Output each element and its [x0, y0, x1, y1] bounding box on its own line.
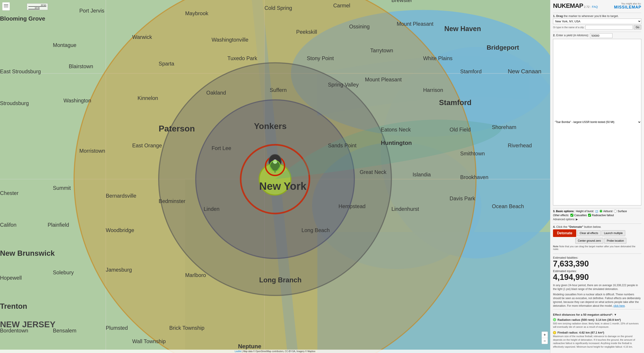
- map-container[interactable]: Cherry Ridge Lackawaxen Newburgh Patters…: [0, 0, 550, 353]
- svg-text:Yonkers: Yonkers: [254, 122, 286, 131]
- effect-distances: Effect distances for a 50 megaton airbur…: [553, 313, 641, 351]
- divider-6: [553, 309, 641, 310]
- svg-text:Oakland: Oakland: [206, 90, 226, 96]
- svg-text:Peekskill: Peekskill: [296, 29, 317, 35]
- launch-multiple-button[interactable]: Launch multiple: [602, 230, 625, 236]
- svg-text:Eatons Neck: Eatons Neck: [381, 127, 411, 132]
- svg-text:New York: New York: [259, 180, 306, 192]
- svg-text:Fort Lee: Fort Lee: [212, 145, 231, 151]
- missilemap-link[interactable]: MISSILEMAP: [614, 5, 641, 10]
- results: Estimated fatalities: 7,633,390 Estimate…: [553, 256, 641, 308]
- svg-text:Bedminster: Bedminster: [159, 198, 186, 204]
- other-effects-row: Other effects: Casualties Radioactive fa…: [553, 214, 641, 217]
- fatalities-value: 7,633,390: [553, 259, 641, 268]
- fallout-check-group: Radioactive fallout: [588, 214, 614, 217]
- svg-text:Shoreham: Shoreham: [492, 124, 516, 130]
- svg-text:Cold Spring: Cold Spring: [264, 5, 292, 11]
- svg-text:Bensalem: Bensalem: [53, 328, 76, 334]
- results-note: In any given 24-hour period, there are o…: [553, 284, 641, 291]
- svg-text:Lindenhurst: Lindenhurst: [391, 206, 419, 212]
- divider-4: [553, 224, 641, 224]
- svg-text:Spring Valley: Spring Valley: [328, 82, 359, 88]
- radiation-title: Radiation radius (500 rem): 3.14 km (30.…: [558, 318, 621, 322]
- advanced-options[interactable]: Advanced options: ▶: [553, 218, 641, 221]
- svg-text:Great Neck: Great Neck: [360, 169, 386, 175]
- svg-text:Smithtown: Smithtown: [460, 151, 485, 156]
- leaflet-credit: Leaflet: [234, 350, 241, 352]
- svg-text:Wall Township: Wall Township: [132, 338, 166, 344]
- also-try-label: You might also try:: [621, 2, 641, 5]
- zoom-controls[interactable]: + −: [542, 332, 548, 344]
- svg-text:Trenton: Trenton: [0, 302, 27, 310]
- svg-text:Warwick: Warwick: [132, 34, 152, 40]
- svg-text:Maybrook: Maybrook: [185, 10, 208, 16]
- step1-label: 1. Drag the marker to wherever you'd lik…: [553, 14, 641, 18]
- svg-text:Sands Point: Sands Point: [328, 143, 357, 148]
- svg-text:East Orange: East Orange: [132, 143, 162, 148]
- zoom-in-button[interactable]: +: [542, 332, 548, 338]
- svg-point-99: [270, 161, 280, 171]
- step1-instruction: Drag the marker to wherever you'd like t…: [556, 14, 618, 18]
- svg-text:Plainfield: Plainfield: [48, 222, 69, 228]
- svg-text:Plumsted: Plumsted: [106, 325, 128, 331]
- svg-text:New Brunswick: New Brunswick: [0, 249, 55, 257]
- airburst-radio-group: Airburst: [600, 210, 612, 213]
- height-help-link[interactable]: [?]: [595, 210, 598, 212]
- probe-location-button[interactable]: Probe location: [604, 238, 626, 244]
- divider-5: [553, 254, 641, 254]
- click-here-link[interactable]: click here: [613, 304, 625, 308]
- svg-text:Blooming Grove: Blooming Grove: [0, 15, 45, 22]
- effect-item-fireball: Fireball radius: 4.62 km (67.1 km²) Maxi…: [553, 331, 641, 348]
- svg-text:Jamesburg: Jamesburg: [106, 267, 132, 273]
- svg-text:Long Beach: Long Beach: [302, 227, 330, 233]
- city-input[interactable]: [586, 25, 633, 30]
- svg-text:Mount Pleasant: Mount Pleasant: [365, 77, 402, 82]
- layer-toggle[interactable]: [2, 2, 10, 10]
- effect-distances-title[interactable]: Effect distances for a 50 megaton airbur…: [553, 313, 641, 316]
- clear-effects-button[interactable]: Clear all effects: [577, 230, 600, 236]
- city-input-row: Or type in the name of a city: Go: [553, 25, 641, 30]
- svg-rect-100: [4, 4, 8, 5]
- go-button[interactable]: Go: [634, 25, 641, 30]
- injuries-label: Estimated injuries:: [553, 270, 641, 273]
- casualties-checkbox[interactable]: [570, 214, 573, 217]
- svg-text:New Canaan: New Canaan: [508, 68, 541, 75]
- preset-select[interactable]: "Tsar Bomba" - largest USSR bomb tested …: [553, 39, 641, 206]
- svg-text:Kinnelon: Kinnelon: [138, 95, 158, 101]
- svg-text:East Stroudsburg: East Stroudsburg: [0, 69, 41, 74]
- svg-text:Ossining: Ossining: [349, 24, 370, 30]
- svg-text:Brookhaven: Brookhaven: [460, 174, 488, 180]
- yield-input[interactable]: 50000: [590, 33, 612, 38]
- svg-rect-102: [4, 7, 8, 8]
- note-text: Note Note that you can drag the target m…: [553, 245, 641, 250]
- scale-bar: 20 km 10 mi: [27, 3, 48, 10]
- buttons-row: Detonate Clear all effects Launch multip…: [553, 229, 641, 237]
- step2-label: 2. Enter a yield (in kilotons):: [553, 34, 589, 37]
- casualties-label: Casualties: [574, 214, 587, 217]
- options-row: 3. Basic options: Height of burst: [?] A…: [553, 210, 641, 213]
- svg-text:Solebury: Solebury: [53, 270, 74, 276]
- center-ground-zero-button[interactable]: Center ground zero: [575, 238, 603, 244]
- svg-text:Bernardsville: Bernardsville: [106, 193, 136, 199]
- svg-text:Summit: Summit: [53, 185, 71, 191]
- fireball-dot: [553, 331, 556, 334]
- yield-row: 2. Enter a yield (in kilotons): 50000: [553, 33, 641, 38]
- effect-item-radiation: Radiation radius (500 rem): 3.14 km (30.…: [553, 318, 641, 329]
- svg-text:Paterson: Paterson: [159, 124, 195, 133]
- airburst-radio[interactable]: [600, 210, 602, 212]
- surface-radio[interactable]: [614, 210, 617, 212]
- location-select[interactable]: New York, NY, USA: [553, 18, 641, 24]
- svg-text:NEW JERSEY: NEW JERSEY: [0, 320, 56, 329]
- fallout-checkbox[interactable]: [588, 214, 591, 217]
- fireball-title: Fireball radius: 4.62 km (67.1 km²): [558, 331, 604, 334]
- faq-link[interactable]: FAQ: [592, 5, 598, 8]
- effect-header-radiation: Radiation radius (500 rem): 3.14 km (30.…: [553, 318, 641, 322]
- svg-text:Long Branch: Long Branch: [259, 276, 302, 284]
- svg-text:Stamford: Stamford: [460, 69, 482, 74]
- zoom-out-button[interactable]: −: [542, 338, 548, 344]
- radiation-desc: 500 rem ionizing radiation dose; likely …: [553, 322, 641, 329]
- detonate-button[interactable]: Detonate: [553, 229, 576, 237]
- svg-text:Brewster: Brewster: [391, 0, 412, 3]
- svg-rect-101: [4, 6, 8, 6]
- also-try-area: You might also try: MISSILEMAP: [614, 2, 641, 10]
